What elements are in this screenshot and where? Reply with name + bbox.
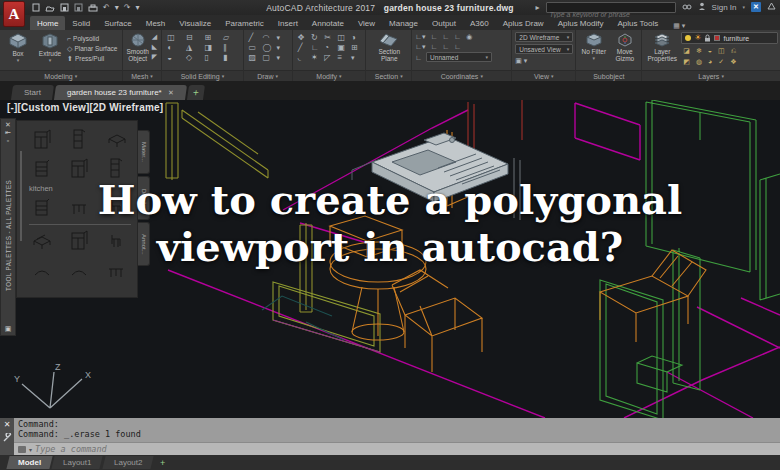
layer-prev-icon[interactable]: ⎌ (731, 46, 737, 55)
command-close-icon[interactable]: ✕ (4, 421, 11, 429)
palette-tool-tall-cabinet[interactable] (64, 127, 97, 153)
offset-icon[interactable]: ∟ (311, 43, 321, 52)
ribbon-tab-view[interactable]: View (351, 16, 382, 30)
file-tab-close-icon[interactable]: ✕ (168, 89, 174, 97)
ribbon-tab-surface[interactable]: Surface (97, 16, 139, 30)
mesh-crease-icon[interactable]: ◣ (152, 42, 157, 51)
arc-icon[interactable]: ◠ (263, 33, 274, 42)
trim-icon[interactable]: ✂ (324, 33, 334, 42)
ribbon-tab-a360[interactable]: A360 (463, 16, 496, 30)
stretch-icon[interactable]: ▣ (338, 43, 348, 52)
slice-icon[interactable]: ▱ (223, 33, 239, 42)
file-tab-start[interactable]: Start (11, 85, 54, 100)
ucs-named-dropdown[interactable]: Unnamed▾ (426, 52, 492, 62)
application-menu-button[interactable]: A (3, 1, 25, 27)
search-arrow-icon[interactable]: ▸ (536, 3, 540, 12)
layout-tab-model[interactable]: Model (6, 456, 52, 469)
rect-flyout-icon[interactable]: ▾ (277, 53, 288, 62)
ucs-previous-icon[interactable]: ∟ (431, 32, 438, 41)
panel-label-coordinates[interactable]: Coordinates▾ (412, 70, 511, 81)
autodesk-exchange-icon[interactable]: ✕ (751, 2, 761, 12)
layer-match-icon[interactable]: ◫ (718, 46, 725, 55)
align-icon[interactable]: ≡ (338, 53, 348, 62)
intersect-icon[interactable]: ⊞ (204, 33, 220, 42)
check-icon[interactable]: ◇ (186, 53, 202, 62)
erase-icon[interactable]: ╱ (298, 43, 308, 52)
ribbon-tab-mesh[interactable]: Mesh (139, 16, 173, 30)
panel-label-draw[interactable]: Draw▾ (244, 70, 292, 81)
layer-unisolate-icon[interactable]: ◩ (683, 57, 690, 66)
layer-thaw-icon[interactable]: ☀ (694, 34, 701, 42)
ribbon-tab-home[interactable]: Home (30, 16, 65, 30)
modify-flyout-icon[interactable]: ▾ (351, 53, 361, 62)
chamfer-icon[interactable]: ◸ (324, 53, 334, 62)
command-history[interactable]: Command: Command: _.erase 1 found (14, 418, 780, 442)
palette-grip-icon[interactable]: ▣ (5, 325, 12, 333)
save-icon[interactable] (60, 3, 69, 12)
extrude-button[interactable]: Extrude ▾ (35, 32, 65, 63)
palette-close-icon[interactable]: ✕ (5, 121, 11, 129)
explode-icon[interactable]: ✶ (311, 53, 321, 62)
layer-on-all-icon[interactable]: ◕ (708, 57, 712, 66)
open-file-icon[interactable] (45, 4, 55, 12)
ribbon-tab-solid[interactable]: Solid (65, 16, 97, 30)
panel-label-modify[interactable]: Modify▾ (293, 70, 366, 81)
panel-label-layers[interactable]: Layers▾ (642, 70, 780, 81)
command-customize-icon[interactable] (3, 433, 12, 442)
search-binoculars-icon[interactable] (682, 3, 692, 12)
new-file-icon[interactable] (32, 3, 40, 12)
panel-label-subobject[interactable]: Subobject (576, 70, 641, 81)
plot-icon[interactable] (88, 4, 98, 12)
layer-walk-icon[interactable]: ❖ (730, 57, 736, 66)
clean-icon[interactable]: ▮ (223, 53, 239, 62)
palette-tool-counter[interactable] (100, 127, 133, 153)
ribbon-tab-manage[interactable]: Manage (382, 16, 425, 30)
union-icon[interactable]: ◫ (167, 33, 183, 42)
palette-tab-materials[interactable]: Mater... (138, 130, 150, 174)
ribbon-display-toggle-icon[interactable]: ▦ ▾ (673, 22, 685, 30)
qat-dropdown-icon[interactable]: ▾ (135, 4, 139, 12)
panel-label-modeling[interactable]: Modeling▾ (0, 70, 122, 81)
save-as-icon[interactable] (74, 3, 83, 12)
circle-flyout-icon[interactable]: ▾ (277, 43, 288, 52)
panel-label-view[interactable]: View▾ (512, 70, 575, 81)
polysolid-button[interactable]: ⌐ Polysolid (67, 34, 117, 43)
layer-freeze-icon[interactable]: ❄ (696, 46, 702, 55)
layer-current-icon[interactable]: ✓ (718, 57, 724, 66)
mesh-refine-icon[interactable]: ◢ (152, 32, 157, 41)
ribbon-tab-aplus-draw[interactable]: Aplus Draw (496, 16, 551, 30)
viewport-config-icon[interactable]: ▣ ▾ (515, 56, 527, 65)
rectangle-icon[interactable]: ▢ (263, 53, 274, 62)
fillet-icon[interactable]: ◟ (298, 53, 308, 62)
layer-color-swatch[interactable] (714, 35, 720, 41)
command-input-row[interactable]: ▾ (14, 442, 780, 455)
layer-thaw-all-icon[interactable]: ◍ (696, 57, 702, 66)
planar-surface-button[interactable]: ◇ Planar Surface (67, 44, 117, 53)
move-icon[interactable]: ✥ (298, 33, 308, 42)
taper-faces-icon[interactable]: ◮ (186, 43, 202, 52)
layout-tab-layout2[interactable]: Layout2 (102, 456, 154, 469)
search-input[interactable] (547, 10, 675, 19)
palette-autohide-icon[interactable]: ⇤ (5, 129, 11, 137)
scale-icon[interactable]: ◔ (324, 43, 334, 52)
layer-properties-button[interactable]: Layer Properties (645, 32, 679, 62)
layer-off-icon[interactable]: ◒ (708, 46, 712, 55)
ucs-object-icon[interactable]: ∟ (454, 32, 461, 41)
palette-tool-cabinet[interactable] (27, 127, 60, 153)
ribbon-tab-parametric[interactable]: Parametric (218, 16, 271, 30)
ucs-view-icon[interactable]: ◉ (466, 32, 472, 41)
press-pull-button[interactable]: ⬆ Press/Pull (67, 54, 117, 63)
panel-label-solid-editing[interactable]: Solid Editing▾ (162, 70, 242, 81)
help-icon[interactable] (767, 2, 776, 12)
line-icon[interactable]: ╱ (249, 33, 260, 42)
no-filter-button[interactable]: No Filter ▾ (579, 32, 608, 61)
command-recent-dropdown-icon[interactable]: ▾ (29, 446, 32, 453)
copy-icon[interactable]: ◫ (338, 33, 348, 42)
shell-icon[interactable]: ∥ (223, 43, 239, 52)
imprint-icon[interactable]: ▯ (204, 53, 220, 62)
undo-icon[interactable]: ↶ (103, 4, 110, 12)
layer-on-icon[interactable] (685, 35, 691, 41)
extrude-dropdown-icon[interactable]: ▾ (49, 57, 52, 63)
search-box[interactable] (546, 2, 676, 13)
separate-icon[interactable]: ◒ (167, 53, 183, 62)
